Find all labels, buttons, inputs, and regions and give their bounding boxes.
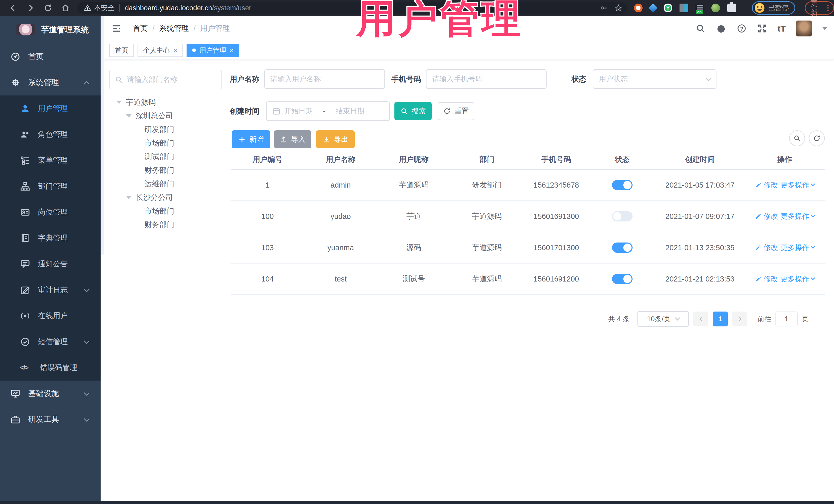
caret-down-icon[interactable] (126, 114, 132, 117)
next-page-button[interactable] (732, 311, 747, 326)
tree-node[interactable]: 财务部门 (109, 163, 224, 177)
more-actions-link[interactable]: 更多操作 (781, 212, 814, 221)
current-page-button[interactable]: 1 (713, 311, 728, 326)
browser-home-icon[interactable] (61, 4, 70, 12)
sidebar-item-sms[interactable]: 短信管理 (0, 329, 101, 355)
edit-link[interactable]: 修改 (755, 212, 778, 221)
extension-icon[interactable]: Y (664, 4, 672, 12)
sidebar-item-home[interactable]: 首页 (0, 44, 101, 69)
sidebar-item-system[interactable]: 系统管理 (0, 69, 101, 95)
tree-node[interactable]: 运维部门 (109, 177, 224, 191)
browser-menu-icon[interactable] (827, 7, 829, 9)
browser-reload-icon[interactable] (44, 4, 52, 12)
close-icon[interactable]: × (174, 46, 177, 54)
sidebar-item-users[interactable]: 用户管理 (0, 95, 101, 122)
prev-page-button[interactable] (694, 311, 708, 326)
status-toggle[interactable] (612, 211, 633, 221)
app-logo-row[interactable]: 芋道管理系统 (0, 16, 101, 44)
browser-profile-button[interactable]: 已暂停 (752, 1, 795, 15)
tree-node[interactable]: 深圳总公司 (109, 109, 224, 123)
status-toggle[interactable] (612, 274, 633, 284)
search-button[interactable]: 搜索 (394, 102, 432, 120)
sidebar-item-dev-tools[interactable]: 研发工具 (0, 407, 101, 432)
status-toggle[interactable] (612, 242, 633, 253)
bookmark-star-icon[interactable] (615, 4, 622, 12)
font-size-icon[interactable]: tT (777, 24, 786, 34)
breadcrumb-system[interactable]: 系统管理 (159, 23, 189, 34)
extension-icon[interactable] (634, 4, 642, 12)
search-icon[interactable] (696, 23, 706, 34)
export-button[interactable]: 导出 (316, 130, 355, 148)
more-actions-link[interactable]: 更多操作 (781, 180, 814, 190)
extension-icon[interactable] (680, 4, 688, 12)
sidebar-item-online-users[interactable]: 在线用户 (0, 303, 101, 329)
avatar-caret-icon[interactable] (822, 27, 827, 30)
user-icon (20, 104, 30, 114)
sidebar-item-departments[interactable]: 部门管理 (0, 173, 101, 199)
tree-node[interactable]: 长沙分公司 (109, 191, 224, 204)
tree-node[interactable]: 研发部门 (109, 123, 224, 136)
date-range-picker[interactable]: 开始日期 - 结束日期 (266, 101, 390, 121)
dept-search-box[interactable] (109, 70, 222, 89)
extensions-puzzle-icon[interactable] (727, 4, 736, 12)
caret-down-icon[interactable] (116, 101, 122, 104)
extension-icon[interactable]: on (696, 4, 704, 12)
github-icon[interactable] (716, 23, 726, 34)
start-date-placeholder[interactable]: 开始日期 (284, 106, 313, 116)
mobile-field[interactable] (426, 69, 547, 89)
address-bar[interactable]: 不安全 dashboard.yudao.iocoder.cn /system/u… (77, 2, 628, 14)
sidebar-item-roles[interactable]: 角色管理 (0, 122, 101, 147)
goto-page-input[interactable] (775, 311, 797, 326)
import-button[interactable]: 导入 (274, 130, 311, 148)
cell-mobile: 15601691300 (524, 212, 589, 221)
table-search-toggle-button[interactable] (789, 130, 805, 146)
user-avatar[interactable] (796, 21, 812, 37)
badge-check-icon (20, 337, 30, 347)
tree-node[interactable]: 芋道源码 (109, 95, 224, 109)
tab-user-management[interactable]: 用户管理 × (186, 44, 239, 57)
sidebar-item-notices[interactable]: 通知公告 (0, 251, 101, 277)
breadcrumb-home[interactable]: 首页 (133, 23, 148, 34)
close-icon[interactable]: × (230, 46, 234, 54)
sidebar-item-infrastructure[interactable]: 基础设施 (0, 380, 101, 407)
fullscreen-icon[interactable] (757, 23, 767, 34)
sidebar-item-dicts[interactable]: 字典管理 (0, 225, 101, 251)
sidebar-item-label: 错误码管理 (40, 363, 77, 373)
username-field[interactable] (264, 69, 385, 89)
dept-search-input[interactable] (127, 75, 216, 84)
sidebar-collapse-icon[interactable] (111, 23, 122, 34)
more-actions-link[interactable]: 更多操作 (781, 274, 814, 284)
edit-link[interactable]: 修改 (755, 243, 778, 253)
edit-link[interactable]: 修改 (755, 180, 778, 190)
reset-button[interactable]: 重置 (438, 102, 474, 120)
sidebar-item-audit-log[interactable]: 审计日志 (0, 277, 101, 303)
tree-node[interactable]: 市场部门 (109, 204, 224, 218)
add-user-button[interactable]: 新增 (232, 130, 270, 148)
help-icon[interactable]: ? (737, 23, 747, 34)
extension-icon[interactable] (649, 3, 658, 13)
tab-home[interactable]: 首页 (109, 44, 134, 57)
username-input[interactable] (270, 75, 379, 83)
tree-node[interactable]: 财务部门 (109, 218, 224, 232)
caret-down-icon[interactable] (126, 196, 132, 199)
page-size-select[interactable]: 10条/页 (637, 311, 689, 327)
edit-link[interactable]: 修改 (755, 274, 778, 284)
sidebar-item-error-codes[interactable]: </> 错误码管理 (0, 355, 101, 380)
browser-forward-icon[interactable] (26, 4, 35, 12)
end-date-placeholder[interactable]: 结束日期 (336, 106, 365, 116)
extension-icon[interactable] (711, 4, 720, 12)
more-actions-link[interactable]: 更多操作 (781, 243, 814, 253)
sidebar-item-menus[interactable]: 菜单管理 (0, 147, 101, 173)
browser-update-button[interactable]: 更新 (805, 1, 834, 15)
tree-node[interactable]: 市场部门 (109, 136, 224, 150)
mobile-input[interactable] (432, 75, 541, 83)
sidebar-item-posts[interactable]: 岗位管理 (0, 199, 101, 225)
table-refresh-button[interactable] (809, 130, 825, 146)
tab-profile[interactable]: 个人中心 × (137, 44, 183, 57)
status-select[interactable]: 用户状态 (593, 69, 717, 89)
password-key-icon[interactable] (600, 4, 608, 12)
browser-back-icon[interactable] (9, 4, 18, 12)
status-toggle[interactable] (612, 180, 633, 190)
sidebar-scrollbar[interactable] (101, 16, 104, 255)
tree-node[interactable]: 测试部门 (109, 150, 224, 163)
